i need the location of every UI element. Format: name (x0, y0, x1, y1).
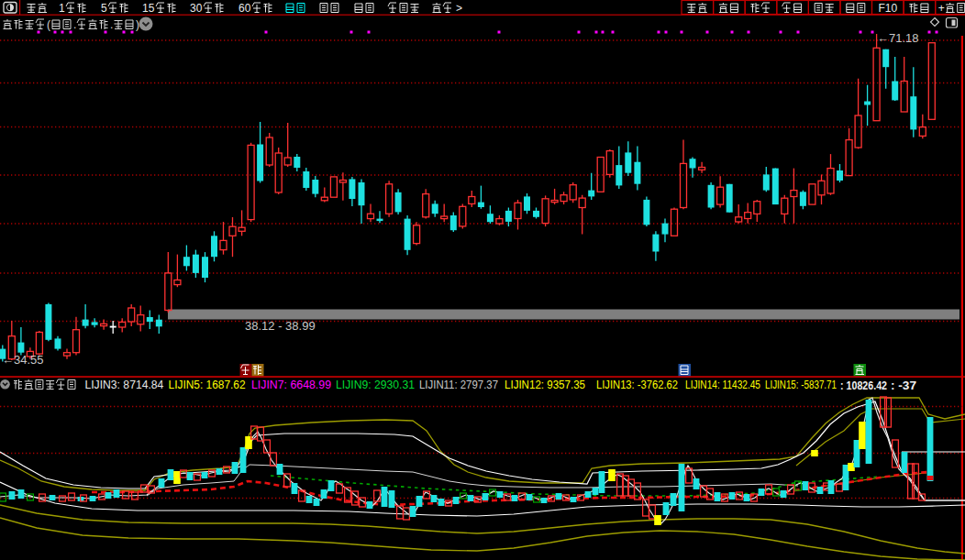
svg-text:F10: F10 (878, 2, 897, 15)
svg-text:>: > (456, 2, 462, 15)
svg-text:: -37: : -37 (891, 379, 916, 392)
svg-text:5: 5 (101, 2, 107, 15)
svg-text:1: 1 (59, 2, 65, 15)
svg-text:LIJIN12: 9357.35: LIJIN12: 9357.35 (505, 379, 585, 391)
svg-text:60: 60 (238, 2, 251, 15)
svg-text:←34.55: ←34.55 (2, 353, 44, 367)
svg-text:): ) (136, 18, 139, 31)
svg-text:LIJIN5: 1687.62: LIJIN5: 1687.62 (169, 379, 246, 391)
svg-text:15: 15 (142, 2, 155, 15)
svg-text:: 10826.42: : 10826.42 (840, 379, 887, 392)
svg-text:38.12 - 38.99: 38.12 - 38.99 (245, 319, 316, 333)
svg-text:.: . (73, 18, 76, 31)
svg-text:+: + (938, 2, 945, 15)
svg-text:LIJIN3: 8714.84: LIJIN3: 8714.84 (84, 379, 163, 391)
svg-text:(: ( (47, 18, 50, 31)
svg-text:←71.18: ←71.18 (877, 31, 919, 45)
svg-text:.: . (110, 18, 113, 31)
svg-text:LIJIN7: 6648.99: LIJIN7: 6648.99 (251, 379, 331, 391)
svg-text:LIJIN14: 11432.45: LIJIN14: 11432.45 (685, 379, 760, 391)
svg-text:LIJIN9: 2930.31: LIJIN9: 2930.31 (336, 379, 415, 391)
svg-text:LIJIN11: 2797.37: LIJIN11: 2797.37 (419, 379, 498, 391)
svg-text:LIJIN13: -3762.62: LIJIN13: -3762.62 (596, 379, 678, 391)
svg-text:LIJIN15: -5837.71: LIJIN15: -5837.71 (765, 379, 837, 391)
svg-text:30: 30 (190, 2, 203, 15)
